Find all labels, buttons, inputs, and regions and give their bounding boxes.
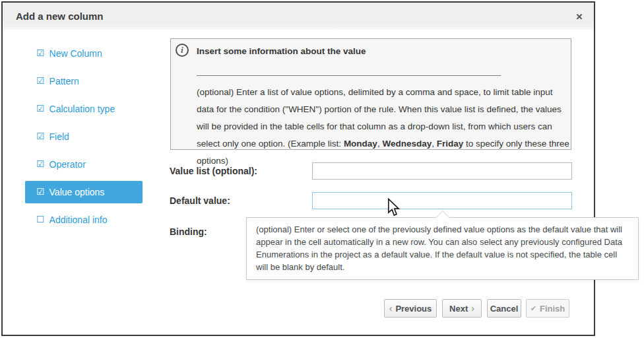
checked-checkbox-icon: ☑ (36, 104, 45, 113)
wizard-step-calculation-type[interactable]: ☑Calculation type (25, 98, 143, 120)
page-background: Add a new column ✕ ☑New Column☑Pattern☑C… (0, 0, 644, 340)
default-value-label: Default value: (170, 195, 230, 206)
chevron-right-icon: › (471, 304, 474, 313)
info-panel: i Insert some information about the valu… (170, 38, 571, 150)
wizard-step-additional-info[interactable]: ☐Additional info (25, 209, 143, 231)
wizard-step-label: New Column (49, 48, 102, 59)
next-button[interactable]: Next› (442, 299, 482, 318)
button-label: Finish (540, 304, 565, 314)
check-icon: ✔ (531, 305, 536, 312)
wizard-step-label: Calculation type (49, 104, 115, 114)
button-label: Cancel (490, 304, 519, 314)
finish-button[interactable]: ✔Finish (526, 299, 569, 318)
chevron-left-icon: ‹ (389, 304, 393, 313)
wizard-step-label: Field (49, 131, 69, 142)
checked-checkbox-icon: ☑ (36, 76, 45, 85)
checked-checkbox-icon: ☑ (36, 131, 45, 141)
checked-checkbox-icon: ☑ (36, 159, 45, 168)
wizard-step-new-column[interactable]: ☑New Column (25, 42, 143, 65)
close-icon: ✕ (576, 12, 583, 22)
default-value-tooltip: (optional) Enter or select one of the pr… (246, 217, 639, 280)
value-list-label: Value list (optional): (170, 166, 257, 176)
default-value-input[interactable] (312, 192, 572, 209)
info-panel-divider (197, 75, 501, 76)
wizard-step-operator[interactable]: ☑Operator (25, 153, 143, 176)
wizard-step-label: Value options (49, 187, 105, 197)
checked-checkbox-icon: ☑ (36, 48, 45, 57)
unchecked-checkbox-icon: ☐ (36, 215, 45, 224)
info-panel-title: Insert some information about the value (197, 46, 366, 56)
add-new-column-dialog: Add a new column ✕ ☑New Column☑Pattern☑C… (1, 1, 595, 336)
wizard-step-label: Pattern (49, 76, 79, 86)
wizard-step-field[interactable]: ☑Field (25, 125, 143, 148)
wizard-step-value-options[interactable]: ☑Value options (25, 181, 143, 203)
info-panel-description: (optional) Enter a list of value options… (197, 84, 570, 170)
wizard-step-label: Operator (49, 159, 86, 170)
value-list-input[interactable] (312, 162, 572, 180)
close-button[interactable]: ✕ (571, 9, 587, 24)
cancel-button[interactable]: Cancel (487, 299, 521, 318)
dialog-title: Add a new column (16, 3, 104, 30)
dialog-header: Add a new column ✕ (3, 3, 594, 30)
wizard-step-label: Additional info (49, 215, 108, 225)
wizard-step-pattern[interactable]: ☑Pattern (25, 70, 143, 92)
previous-button[interactable]: ‹Previous (384, 299, 437, 318)
binding-label: Binding: (170, 226, 207, 237)
info-circle-icon: i (176, 44, 189, 57)
checked-checkbox-icon: ☑ (36, 187, 45, 196)
tooltip-text: (optional) Enter or select one of the pr… (256, 223, 629, 273)
button-label: Previous (395, 304, 432, 314)
button-label: Next (449, 304, 468, 314)
